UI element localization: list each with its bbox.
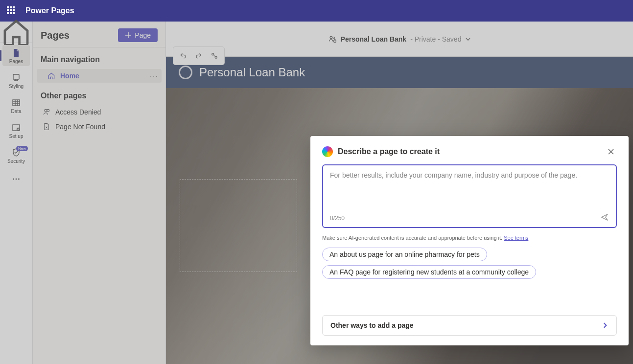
char-count: 0/250: [330, 215, 345, 222]
suggestion-chip[interactable]: An FAQ page for registering new students…: [322, 265, 536, 279]
dialog-title: Describe a page to create it: [338, 147, 600, 156]
prompt-textarea[interactable]: [330, 171, 609, 213]
prompt-box: 0/250: [322, 164, 617, 228]
disclaimer: Make sure AI-generated content is accura…: [322, 235, 617, 241]
suggestion-chips: An about us page for an online pharmacy …: [322, 248, 617, 279]
close-button[interactable]: [605, 146, 617, 158]
disclaimer-text: Make sure AI-generated content is accura…: [322, 235, 502, 241]
waffle-icon[interactable]: [7, 6, 16, 15]
app-header: Power Pages: [0, 0, 633, 22]
terms-link[interactable]: See terms: [504, 235, 528, 241]
send-icon: [600, 213, 609, 222]
send-button[interactable]: [600, 213, 609, 223]
product-name: Power Pages: [25, 6, 74, 15]
suggestion-chip[interactable]: An about us page for an online pharmacy …: [322, 248, 487, 261]
close-icon: [608, 148, 614, 155]
other-ways-label: Other ways to add a page: [330, 321, 414, 329]
copilot-icon: [322, 146, 333, 157]
other-ways-button[interactable]: Other ways to add a page: [322, 315, 617, 336]
chevron-right-icon: [602, 322, 609, 329]
copilot-dialog: Describe a page to create it 0/250 Make …: [310, 136, 629, 345]
